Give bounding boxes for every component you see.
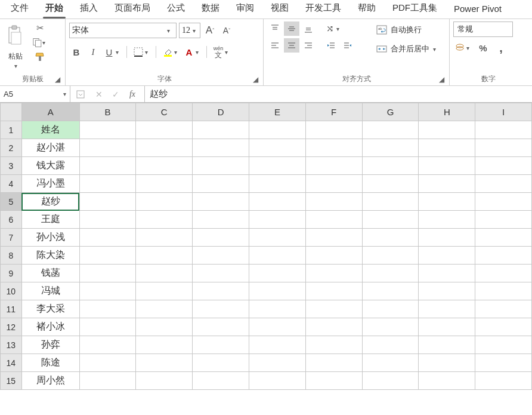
cell[interactable] bbox=[419, 193, 475, 211]
cell[interactable]: 周小然 bbox=[21, 372, 79, 390]
cell[interactable] bbox=[136, 300, 193, 318]
cell[interactable] bbox=[136, 282, 193, 300]
cell[interactable] bbox=[136, 211, 193, 229]
tab-视图[interactable]: 视图 bbox=[262, 0, 297, 19]
border-button[interactable]: ▾ bbox=[132, 45, 151, 59]
cell[interactable] bbox=[419, 175, 475, 193]
cell[interactable] bbox=[249, 229, 306, 247]
cell[interactable] bbox=[305, 300, 362, 318]
cell[interactable] bbox=[362, 247, 419, 265]
cell[interactable] bbox=[79, 175, 136, 193]
cell[interactable]: 陈大染 bbox=[21, 247, 79, 265]
tab-帮助[interactable]: 帮助 bbox=[349, 0, 384, 19]
tab-审阅[interactable]: 审阅 bbox=[228, 0, 262, 19]
cell[interactable] bbox=[193, 193, 249, 211]
tab-开始[interactable]: 开始 bbox=[37, 0, 72, 19]
fx-button[interactable]: fx bbox=[126, 90, 138, 99]
cell[interactable] bbox=[79, 121, 136, 139]
column-header-H[interactable]: H bbox=[419, 103, 475, 121]
font-name-select[interactable]: 宋体 ▾ bbox=[69, 23, 177, 38]
cell[interactable] bbox=[79, 372, 136, 390]
column-header-D[interactable]: D bbox=[193, 103, 249, 121]
cell[interactable] bbox=[419, 121, 475, 139]
cell[interactable]: 钱大露 bbox=[21, 157, 79, 175]
row-header[interactable]: 5 bbox=[1, 193, 22, 211]
cell[interactable]: 姓名 bbox=[21, 121, 79, 139]
cell[interactable] bbox=[193, 265, 249, 282]
align-center-button[interactable] bbox=[284, 38, 299, 53]
copy-button[interactable]: ▾ bbox=[32, 36, 48, 49]
align-left-button[interactable] bbox=[267, 38, 283, 53]
row-header[interactable]: 4 bbox=[1, 175, 22, 193]
cell[interactable] bbox=[249, 282, 306, 300]
increase-indent-button[interactable] bbox=[340, 38, 355, 53]
cell[interactable] bbox=[475, 300, 532, 318]
cell[interactable]: 冯小墨 bbox=[21, 175, 79, 193]
cell[interactable] bbox=[475, 175, 532, 193]
cell[interactable] bbox=[79, 193, 136, 211]
cell[interactable] bbox=[419, 300, 475, 318]
cell[interactable] bbox=[475, 121, 532, 139]
cell[interactable] bbox=[249, 247, 306, 265]
cell[interactable] bbox=[475, 372, 532, 390]
cell[interactable]: 李大采 bbox=[21, 300, 79, 318]
cut-button[interactable]: ✂ bbox=[32, 21, 48, 35]
cell[interactable] bbox=[362, 157, 419, 175]
underline-button[interactable]: U▾ bbox=[103, 45, 122, 59]
cell[interactable] bbox=[475, 229, 532, 247]
row-header[interactable]: 2 bbox=[1, 139, 22, 157]
cell[interactable] bbox=[362, 318, 419, 336]
spreadsheet-grid[interactable]: ABCDEFGHI 1姓名2赵小湛3钱大露4冯小墨5赵纱6王庭7孙小浅8陈大染9… bbox=[0, 103, 532, 390]
cell[interactable] bbox=[305, 372, 362, 390]
cell[interactable] bbox=[475, 336, 532, 354]
increase-font-button[interactable]: Aˆ bbox=[203, 23, 217, 38]
cell[interactable] bbox=[136, 157, 193, 175]
cell[interactable] bbox=[79, 229, 136, 247]
cell[interactable] bbox=[305, 121, 362, 139]
comma-format-button[interactable]: , bbox=[494, 41, 508, 55]
column-header-F[interactable]: F bbox=[305, 103, 362, 121]
cell[interactable]: 冯城 bbox=[21, 282, 79, 300]
tab-公式[interactable]: 公式 bbox=[159, 0, 193, 19]
phonetic-guide-button[interactable]: wén文 ▾ bbox=[212, 45, 231, 59]
cell[interactable] bbox=[79, 354, 136, 372]
cell[interactable] bbox=[79, 282, 136, 300]
cell[interactable]: 陈途 bbox=[21, 354, 79, 372]
cell[interactable] bbox=[475, 265, 532, 282]
cell[interactable] bbox=[362, 175, 419, 193]
cell[interactable] bbox=[305, 247, 362, 265]
cell[interactable] bbox=[475, 282, 532, 300]
cell[interactable] bbox=[79, 318, 136, 336]
column-header-B[interactable]: B bbox=[79, 103, 136, 121]
cell[interactable] bbox=[193, 211, 249, 229]
cell[interactable] bbox=[79, 247, 136, 265]
cell[interactable] bbox=[79, 139, 136, 157]
cell[interactable] bbox=[419, 229, 475, 247]
cell[interactable] bbox=[249, 193, 306, 211]
cell[interactable] bbox=[136, 229, 193, 247]
cell[interactable] bbox=[362, 336, 419, 354]
cell[interactable] bbox=[419, 318, 475, 336]
cell[interactable] bbox=[305, 175, 362, 193]
cell[interactable] bbox=[419, 139, 475, 157]
linked-dropdown-icon[interactable] bbox=[76, 90, 88, 99]
cell[interactable] bbox=[193, 229, 249, 247]
row-header[interactable]: 9 bbox=[1, 265, 22, 282]
cell[interactable] bbox=[362, 372, 419, 390]
cell[interactable] bbox=[193, 157, 249, 175]
font-color-button[interactable]: A ▾ bbox=[183, 45, 202, 59]
cell[interactable] bbox=[249, 372, 306, 390]
cell[interactable] bbox=[249, 318, 306, 336]
row-header[interactable]: 8 bbox=[1, 247, 22, 265]
cell[interactable] bbox=[249, 121, 306, 139]
number-format-select[interactable]: 常规 bbox=[453, 21, 513, 37]
cell[interactable]: 孙小浅 bbox=[21, 229, 79, 247]
cell[interactable] bbox=[419, 265, 475, 282]
cell[interactable] bbox=[305, 318, 362, 336]
cell[interactable] bbox=[305, 265, 362, 282]
cell[interactable] bbox=[305, 336, 362, 354]
cell[interactable] bbox=[475, 354, 532, 372]
cell[interactable] bbox=[249, 300, 306, 318]
column-header-C[interactable]: C bbox=[136, 103, 193, 121]
row-header[interactable]: 14 bbox=[1, 354, 22, 372]
